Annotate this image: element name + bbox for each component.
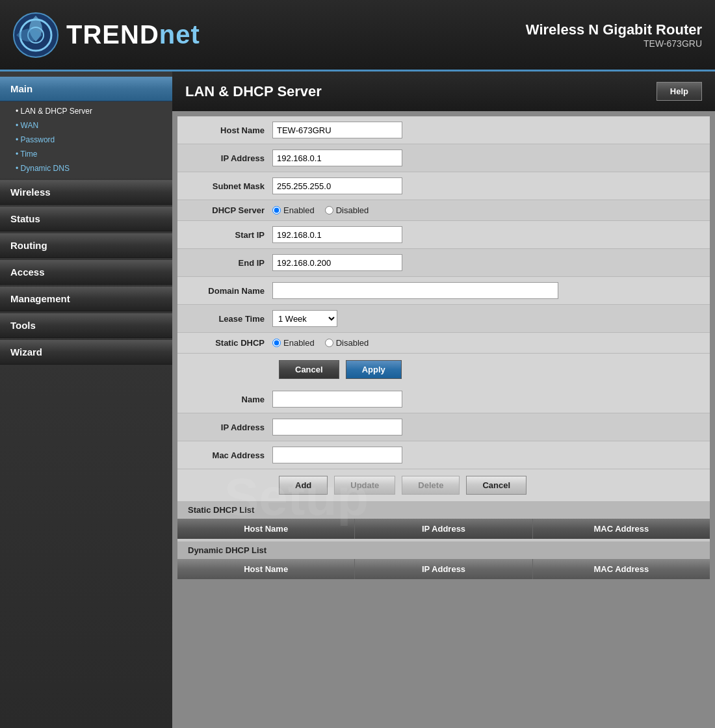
crud-buttons-row: Add Update Delete Cancel xyxy=(177,469,710,501)
logo-trend: TREND xyxy=(66,20,159,49)
sidebar-subnav-main: • LAN & DHCP Server • WAN • Password • T… xyxy=(0,101,172,178)
sidebar-item-wireless[interactable]: Wireless xyxy=(0,180,172,205)
sidebar-header-main[interactable]: Main xyxy=(0,77,172,101)
cancel2-button[interactable]: Cancel xyxy=(466,476,526,495)
logo-net: net xyxy=(159,20,200,49)
sidebar-item-lan-dhcp[interactable]: • LAN & DHCP Server xyxy=(0,104,172,118)
lease-time-select[interactable]: 1 Week 1 Day 1 Hour 30 Minutes xyxy=(272,310,337,327)
add-button[interactable]: Add xyxy=(279,476,328,495)
domain-name-input[interactable] xyxy=(272,282,558,299)
start-ip-input[interactable] xyxy=(272,226,402,243)
dhcp-enabled-option[interactable]: Enabled xyxy=(272,205,315,215)
name-label: Name xyxy=(188,395,272,404)
host-name-input[interactable] xyxy=(272,122,402,138)
lease-time-row: Lease Time 1 Week 1 Day 1 Hour 30 Minute… xyxy=(177,305,710,333)
action-buttons-row: Cancel Apply xyxy=(177,354,710,385)
ip-address-label: IP Address xyxy=(188,153,272,163)
domain-name-label: Domain Name xyxy=(188,286,272,296)
sidebar-item-tools[interactable]: Tools xyxy=(0,313,172,338)
end-ip-label: End IP xyxy=(188,258,272,268)
sidebar-item-wan[interactable]: • WAN xyxy=(0,118,172,133)
dynamic-dhcp-list-header: Dynamic DHCP List xyxy=(177,541,710,559)
name-row: Name xyxy=(177,385,710,413)
help-button[interactable]: Help xyxy=(656,82,702,101)
sidebar-item-dynamic-dns[interactable]: • Dynamic DNS xyxy=(0,161,172,176)
mac-address-input[interactable] xyxy=(272,447,402,463)
end-ip-row: End IP xyxy=(177,249,710,277)
static-dhcp-col-ip: IP Address xyxy=(355,519,532,539)
static-dhcp-enabled-label: Enabled xyxy=(283,338,315,348)
static-dhcp-col-mac: MAC Address xyxy=(533,519,710,539)
mac-address-label: Mac Address xyxy=(188,450,272,460)
dhcp-server-label: DHCP Server xyxy=(188,205,272,215)
static-dhcp-list-header: Static DHCP List xyxy=(177,501,710,519)
subnet-mask-input[interactable] xyxy=(272,177,402,194)
dhcp-disabled-radio[interactable] xyxy=(325,206,333,214)
domain-name-row: Domain Name xyxy=(177,277,710,305)
page-header: LAN & DHCP Server Help xyxy=(172,72,715,111)
dhcp-server-row: DHCP Server Enabled Disabled xyxy=(177,200,710,221)
update-button[interactable]: Update xyxy=(334,476,395,495)
dynamic-dhcp-col-hostname: Host Name xyxy=(177,559,355,579)
delete-button[interactable]: Delete xyxy=(402,476,460,495)
sidebar-item-wizard[interactable]: Wizard xyxy=(0,340,172,365)
static-dhcp-row: Static DHCP Enabled Disabled xyxy=(177,333,710,354)
logo-text: TRENDnet xyxy=(66,20,200,49)
dhcp-disabled-option[interactable]: Disabled xyxy=(325,205,369,215)
static-dhcp-disabled-radio[interactable] xyxy=(325,339,333,347)
model-number: TEW-673GRU xyxy=(526,38,702,49)
start-ip-label: Start IP xyxy=(188,230,272,240)
sidebar-item-status[interactable]: Status xyxy=(0,207,172,231)
ip-address2-row: IP Address xyxy=(177,413,710,441)
subnet-mask-label: Subnet Mask xyxy=(188,181,272,191)
content-inner: LAN & DHCP Server Help Host Name IP Addr… xyxy=(172,72,715,579)
dhcp-enabled-label: Enabled xyxy=(283,205,315,215)
static-dhcp-table-header: Host Name IP Address MAC Address xyxy=(177,519,710,539)
mac-address-row: Mac Address xyxy=(177,441,710,469)
form-area: Host Name IP Address Subnet Mask DHCP Se… xyxy=(177,116,710,579)
sidebar: Main • LAN & DHCP Server • WAN • Passwor… xyxy=(0,72,172,728)
page-title: LAN & DHCP Server xyxy=(185,83,322,100)
name-input[interactable] xyxy=(272,391,402,408)
sidebar-section-main: Main • LAN & DHCP Server • WAN • Passwor… xyxy=(0,77,172,178)
start-ip-row: Start IP xyxy=(177,221,710,249)
end-ip-input[interactable] xyxy=(272,254,402,271)
ip-address2-input[interactable] xyxy=(272,419,402,436)
static-dhcp-radio-group: Enabled Disabled xyxy=(272,338,369,348)
subnet-mask-row: Subnet Mask xyxy=(177,172,710,200)
trendnet-logo-icon xyxy=(13,12,58,58)
ip-address-input[interactable] xyxy=(272,150,402,166)
static-dhcp-col-hostname: Host Name xyxy=(177,519,355,539)
header-right: Wireless N Gigabit Router TEW-673GRU xyxy=(526,21,702,49)
apply-button[interactable]: Apply xyxy=(346,360,402,379)
static-dhcp-disabled-option[interactable]: Disabled xyxy=(325,338,369,348)
static-dhcp-disabled-label: Disabled xyxy=(336,338,369,348)
sidebar-item-routing[interactable]: Routing xyxy=(0,233,172,258)
host-name-label: Host Name xyxy=(188,125,272,135)
header: TRENDnet Wireless N Gigabit Router TEW-6… xyxy=(0,0,715,72)
cancel-button[interactable]: Cancel xyxy=(279,360,339,379)
lease-time-label: Lease Time xyxy=(188,314,272,324)
product-name: Wireless N Gigabit Router xyxy=(526,21,702,38)
ip-address2-label: IP Address xyxy=(188,422,272,432)
content-area: LAN & DHCP Server Help Host Name IP Addr… xyxy=(172,72,715,728)
static-dhcp-label: Static DHCP xyxy=(188,338,272,348)
sidebar-item-time[interactable]: • Time xyxy=(0,147,172,161)
host-name-row: Host Name xyxy=(177,116,710,144)
dhcp-radio-group: Enabled Disabled xyxy=(272,205,369,215)
main-layout: Main • LAN & DHCP Server • WAN • Passwor… xyxy=(0,72,715,728)
dynamic-dhcp-table-header: Host Name IP Address MAC Address xyxy=(177,559,710,579)
static-dhcp-enabled-option[interactable]: Enabled xyxy=(272,338,315,348)
dynamic-dhcp-col-mac: MAC Address xyxy=(533,559,710,579)
ip-address-row: IP Address xyxy=(177,144,710,172)
dhcp-disabled-label: Disabled xyxy=(336,205,369,215)
sidebar-item-access[interactable]: Access xyxy=(0,260,172,285)
sidebar-item-management[interactable]: Management xyxy=(0,287,172,311)
sidebar-item-password[interactable]: • Password xyxy=(0,133,172,147)
static-dhcp-enabled-radio[interactable] xyxy=(272,339,281,347)
dynamic-dhcp-col-ip: IP Address xyxy=(355,559,532,579)
dhcp-enabled-radio[interactable] xyxy=(272,206,281,214)
logo-area: TRENDnet xyxy=(13,12,200,58)
